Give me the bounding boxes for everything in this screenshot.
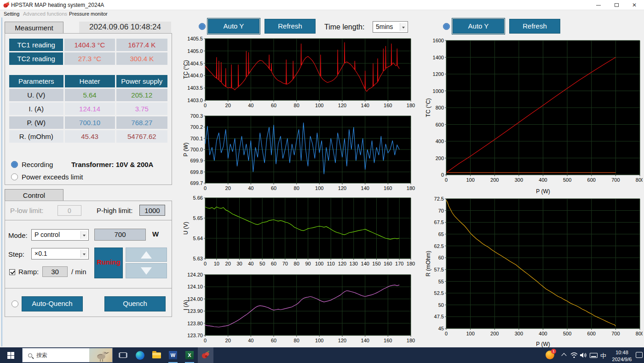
ramp-input[interactable]: 30 <box>42 266 68 277</box>
speaker-icon <box>580 352 587 358</box>
step-down-button[interactable] <box>126 263 167 278</box>
svg-text:180: 180 <box>407 261 415 266</box>
svg-text:800: 800 <box>636 331 643 336</box>
u-supply: 205.12 <box>116 89 167 101</box>
touch-keyboard-button[interactable] <box>590 353 598 358</box>
file-explorer-button[interactable] <box>149 347 164 363</box>
setpoint-input[interactable]: 700 <box>94 229 146 241</box>
step-up-button[interactable] <box>126 248 167 262</box>
middle-auto-y-button[interactable]: Auto Y <box>208 19 259 34</box>
tc1-celsius: 1404.3 °C <box>64 39 115 51</box>
close-button[interactable]: ✕ <box>627 0 642 10</box>
svg-text:80: 80 <box>294 338 299 343</box>
maximize-button[interactable] <box>610 0 625 10</box>
volume-button[interactable] <box>580 352 587 360</box>
edge-browser-button[interactable] <box>132 347 148 363</box>
recording-label: Recording <box>22 161 53 168</box>
chart-current-vs-time: 020406080100120140160180123.70123.80123.… <box>183 272 415 346</box>
svg-text:80: 80 <box>294 103 299 108</box>
mode-value: P control <box>34 231 60 238</box>
arrow-down-icon <box>141 267 152 275</box>
step-select[interactable]: ×0.1 <box>31 248 89 259</box>
svg-text:5.64: 5.64 <box>193 236 203 241</box>
power-exceeds-radio[interactable] <box>11 173 18 180</box>
table-row: TC2 reading 27.3 °C 300.4 K <box>9 52 167 65</box>
excel-button[interactable]: X <box>182 347 197 363</box>
right-refresh-button[interactable]: Refresh <box>509 19 560 34</box>
clock[interactable]: 10:48 2024/9/6 <box>610 349 634 363</box>
search-highlight-image[interactable] <box>89 348 112 362</box>
tab-measurement[interactable]: Measurment <box>5 22 63 34</box>
tc1-label: TC1 reading <box>9 39 63 51</box>
network-button[interactable] <box>570 352 578 360</box>
running-button[interactable]: Runing <box>94 248 123 278</box>
time-length-select[interactable]: 5mins <box>373 21 408 33</box>
svg-text:80: 80 <box>294 185 299 191</box>
start-button[interactable] <box>3 347 18 363</box>
svg-text:57.5: 57.5 <box>434 267 444 272</box>
svg-text:300: 300 <box>515 331 523 336</box>
middle-refresh-button[interactable]: Refresh <box>264 19 316 34</box>
ramp-unit-label: / min <box>71 268 86 276</box>
p-high-limit-input[interactable]: 1000 <box>139 205 165 216</box>
time-length-value: 5mins <box>376 23 393 30</box>
i-supply: 3.75 <box>116 103 167 115</box>
menu-setting[interactable]: Setting <box>4 11 19 17</box>
quench-button[interactable]: Quench <box>104 296 166 311</box>
svg-text:300: 300 <box>515 177 523 183</box>
svg-text:700.3: 700.3 <box>190 113 203 119</box>
taskbar-search[interactable]: 搜索 <box>22 348 113 363</box>
search-placeholder: 搜索 <box>36 351 47 359</box>
mode-select[interactable]: P control <box>31 229 89 241</box>
right-status-radio[interactable] <box>443 23 450 30</box>
svg-text:400: 400 <box>539 177 547 183</box>
svg-text:100: 100 <box>466 331 474 336</box>
svg-text:100: 100 <box>315 338 323 343</box>
r-supply: 54767.62 <box>116 130 167 143</box>
menu-pressure-monitor[interactable]: Pressure monitor <box>69 11 108 17</box>
recording-radio[interactable] <box>11 161 18 168</box>
svg-text:120: 120 <box>338 338 346 343</box>
svg-text:120: 120 <box>338 185 346 191</box>
auto-quench-radio[interactable] <box>12 300 18 307</box>
right-auto-y-button[interactable]: Auto Y <box>453 19 504 34</box>
svg-text:60: 60 <box>271 261 276 266</box>
ime-indicator[interactable]: 中 <box>600 352 606 360</box>
svg-text:U (V): U (V) <box>183 222 189 235</box>
ramp-checkbox[interactable] <box>9 269 15 275</box>
tray-app-button[interactable]: 1 <box>546 351 554 359</box>
svg-text:200: 200 <box>490 177 499 183</box>
action-center-button[interactable] <box>636 352 643 358</box>
window-left-border <box>1 17 2 346</box>
windows-logo-icon <box>7 352 14 359</box>
keyboard-icon <box>590 353 598 358</box>
p-low-limit-input[interactable]: 0 <box>58 205 81 216</box>
heating-app-button[interactable] <box>198 347 213 363</box>
svg-text:5.65: 5.65 <box>193 215 203 221</box>
svg-text:180: 180 <box>407 185 415 191</box>
time-text: 10:48 <box>610 349 634 356</box>
svg-text:170: 170 <box>395 261 403 266</box>
hidden-icons-button[interactable] <box>562 354 566 357</box>
middle-status-radio[interactable] <box>199 23 206 30</box>
svg-text:500: 500 <box>563 177 571 183</box>
svg-text:60: 60 <box>271 103 276 108</box>
col-parameters: Parameters <box>9 75 63 87</box>
col-heater: Heater <box>65 75 115 87</box>
app-icon <box>201 351 210 360</box>
excel-icon: X <box>185 351 194 359</box>
word-button[interactable]: W <box>165 347 181 363</box>
task-view-button[interactable] <box>115 347 131 363</box>
tab-control[interactable]: Control <box>5 189 63 201</box>
minimize-button[interactable] <box>591 0 607 10</box>
svg-text:120: 120 <box>338 261 346 266</box>
svg-text:50: 50 <box>259 261 265 266</box>
auto-quench-button[interactable]: Auto-Quench <box>22 296 83 311</box>
p-label: P. (W) <box>9 116 63 129</box>
svg-text:699.9: 699.9 <box>190 158 203 163</box>
svg-text:60: 60 <box>271 185 276 191</box>
svg-text:TC (°C): TC (°C) <box>183 60 189 79</box>
svg-text:700: 700 <box>611 177 620 183</box>
menu-advanced-functions: Advanced functions <box>23 11 67 17</box>
time-length-label: Time length: <box>324 23 364 31</box>
